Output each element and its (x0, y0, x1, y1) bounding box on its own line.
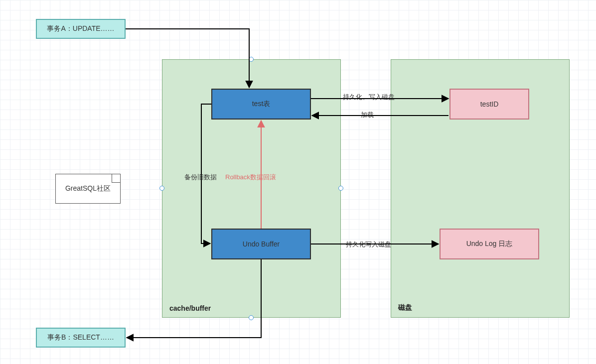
node-transaction-b: 事务B：SELECT…… (36, 328, 126, 348)
note-fold-icon (112, 174, 120, 183)
node-undo-buffer: Undo Buffer (211, 229, 311, 259)
node-undo-log: Undo Log 日志 (440, 229, 539, 259)
handle[interactable] (338, 186, 343, 191)
handle[interactable] (249, 315, 254, 320)
edge-label-rollback: Rollback数据回滚 (225, 173, 276, 182)
text: 事务A：UPDATE…… (47, 24, 114, 33)
text: Undo Log 日志 (466, 240, 513, 248)
node-test-id: testID (449, 89, 529, 120)
edge-label-persist-write: 持久化、写入磁盘 (343, 93, 395, 102)
text: GreatSQL社区 (65, 184, 111, 193)
text: test表 (252, 100, 271, 109)
node-transaction-a: 事务A：UPDATE…… (36, 19, 126, 39)
edge-label-backup-old: 备份旧数据 (184, 173, 217, 182)
text: Undo Buffer (243, 240, 280, 248)
text: 事务B：SELECT…… (47, 333, 114, 342)
edge-label-load: 加载 (361, 111, 374, 120)
handle[interactable] (249, 57, 254, 62)
handle[interactable] (159, 186, 164, 191)
diagram-canvas: cache/buffer 磁盘 事务A：UPDATE…… 事务B：SELECT…… (0, 0, 596, 364)
edge-label-persist-undo: 持久化写入磁盘 (346, 240, 391, 249)
note-greatsql: GreatSQL社区 (55, 174, 121, 204)
container-label-cache: cache/buffer (169, 304, 211, 312)
node-test-table: test表 (211, 89, 311, 120)
container-label-disk: 磁盘 (398, 303, 412, 312)
text: testID (480, 100, 499, 108)
